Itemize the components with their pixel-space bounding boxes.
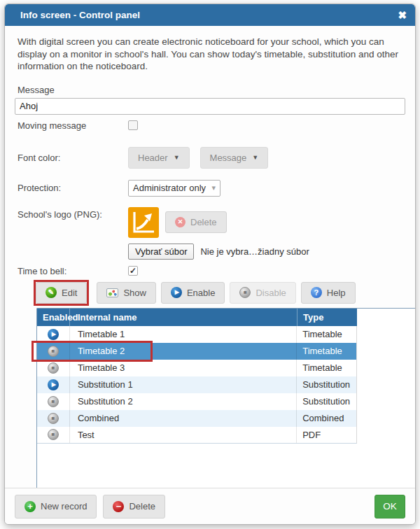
time-to-bell-checkbox[interactable]: ✓ (128, 266, 138, 276)
enable-button-label: Enable (187, 288, 215, 298)
table-row[interactable]: ▶ Timetable 1 Timetable (37, 326, 357, 343)
row-status-icon: ■ (48, 362, 59, 374)
protection-select-value: Administrator only (133, 183, 206, 193)
row-internal-name: Test (69, 427, 296, 443)
edit-button[interactable]: ✎ Edit (36, 282, 87, 304)
table-row[interactable]: ■ Timetable 2 Timetable (37, 343, 357, 360)
column-header-internal-name: Internal name (69, 309, 297, 326)
show-button[interactable]: Show (97, 282, 156, 304)
records-table-container[interactable]: Enabled Internal name Type ▶ Timetable 1… (36, 308, 416, 491)
enable-button[interactable]: ▶ Enable (161, 282, 225, 304)
row-status-icon: ■ (48, 396, 59, 407)
help-button[interactable]: ? Help (301, 282, 356, 304)
message-label: Message (18, 85, 405, 95)
row-status-icon: ▶ (48, 379, 59, 390)
select-arrow-icon: ▾ (211, 183, 216, 192)
delete-logo-button-label: Delete (190, 217, 217, 227)
moving-message-checkbox[interactable] (128, 120, 138, 130)
close-icon[interactable]: ✖ (398, 10, 407, 20)
play-icon: ▶ (171, 287, 182, 298)
dialog-body: With digital screen you can create elect… (5, 26, 415, 491)
edit-button-label: Edit (62, 288, 77, 298)
row-type: Timetable (296, 343, 356, 360)
stop-icon: ■ (239, 287, 251, 298)
moving-message-label: Moving message (18, 120, 128, 131)
time-to-bell-label: Time to bell: (18, 266, 128, 276)
table-row[interactable]: ■ Timetable 3 Timetable (37, 360, 357, 376)
table-header-row: Enabled Internal name Type (37, 309, 357, 326)
table-row[interactable]: ■ Combined Combined (37, 410, 357, 427)
message-color-dropdown-label: Message (210, 153, 247, 163)
disable-button[interactable]: ■ Disable (230, 282, 295, 304)
row-type: Timetable (296, 360, 356, 376)
protection-select[interactable]: Administrator only ▾ (128, 180, 220, 197)
delete-circle-icon: ✕ (175, 217, 186, 227)
help-button-label: Help (327, 288, 346, 298)
dialog-titlebar: Info screen - Control panel ✖ (5, 4, 415, 26)
new-record-button[interactable]: + New record (15, 495, 97, 519)
row-type: Combined (296, 410, 356, 427)
row-type: Substitution (296, 393, 356, 410)
row-internal-name: Substitution 2 (69, 393, 296, 410)
delete-logo-button[interactable]: ✕ Delete (165, 211, 227, 233)
row-internal-name: Timetable 2 (69, 343, 296, 360)
ok-button[interactable]: OK (374, 495, 405, 519)
table-row[interactable]: ■ Substitution 2 Substitution (37, 393, 357, 410)
row-internal-name: Substitution 1 (69, 376, 296, 393)
school-logo-label: School's logo (PNG): (18, 207, 128, 220)
font-color-label: Font color: (18, 153, 128, 163)
school-logo-image (128, 207, 159, 238)
row-type: PDF (296, 427, 356, 443)
info-screen-dialog: Info screen - Control panel ✖ With digit… (4, 3, 416, 525)
row-type: Timetable (296, 326, 356, 343)
show-button-label: Show (123, 288, 146, 298)
toolbar: ✎ Edit Show ▶ Enable ■ Disable ? Help (36, 282, 405, 304)
picture-icon (106, 288, 118, 297)
delete-record-button-label: Delete (129, 501, 155, 512)
row-status-icon: ▶ (48, 329, 59, 340)
header-color-dropdown[interactable]: Header ▼ (128, 147, 190, 169)
message-color-dropdown[interactable]: Message ▼ (200, 147, 269, 169)
dialog-footer: + New record − Delete OK (5, 488, 415, 524)
column-header-enabled: Enabled (37, 309, 69, 326)
chevron-down-icon: ▼ (174, 154, 180, 161)
row-status-icon: ■ (48, 413, 59, 424)
chart-arrow-icon (131, 210, 156, 235)
chevron-down-icon: ▼ (252, 154, 258, 161)
row-internal-name: Combined (69, 410, 296, 427)
row-status-icon: ■ (48, 429, 59, 440)
file-status-text: Nie je vybra…žiadny súbor (200, 246, 309, 257)
row-type: Substitution (296, 376, 356, 393)
column-header-type: Type (297, 309, 357, 326)
question-icon: ? (311, 287, 322, 298)
row-status-icon: ■ (48, 346, 59, 357)
minus-circle-icon: − (113, 501, 124, 512)
description-text: With digital screen you can create elect… (18, 36, 404, 73)
new-record-button-label: New record (41, 501, 87, 512)
highlight-edit-button: ✎ Edit (34, 280, 89, 306)
row-internal-name: Timetable 3 (69, 360, 296, 376)
disable-button-label: Disable (255, 288, 286, 298)
edit-icon: ✎ (46, 287, 57, 298)
delete-record-button[interactable]: − Delete (103, 495, 165, 519)
table-row[interactable]: ▶ Substitution 1 Substitution (37, 376, 357, 393)
table-row[interactable]: ■ Test PDF (37, 427, 357, 444)
dialog-title: Info screen - Control panel (20, 10, 140, 20)
header-color-dropdown-label: Header (138, 153, 168, 163)
plus-circle-icon: + (24, 501, 36, 512)
row-internal-name: Timetable 1 (69, 326, 296, 343)
protection-label: Protection: (18, 183, 128, 193)
message-input[interactable] (15, 98, 405, 115)
choose-file-button[interactable]: Vybrať súbor (128, 244, 194, 260)
